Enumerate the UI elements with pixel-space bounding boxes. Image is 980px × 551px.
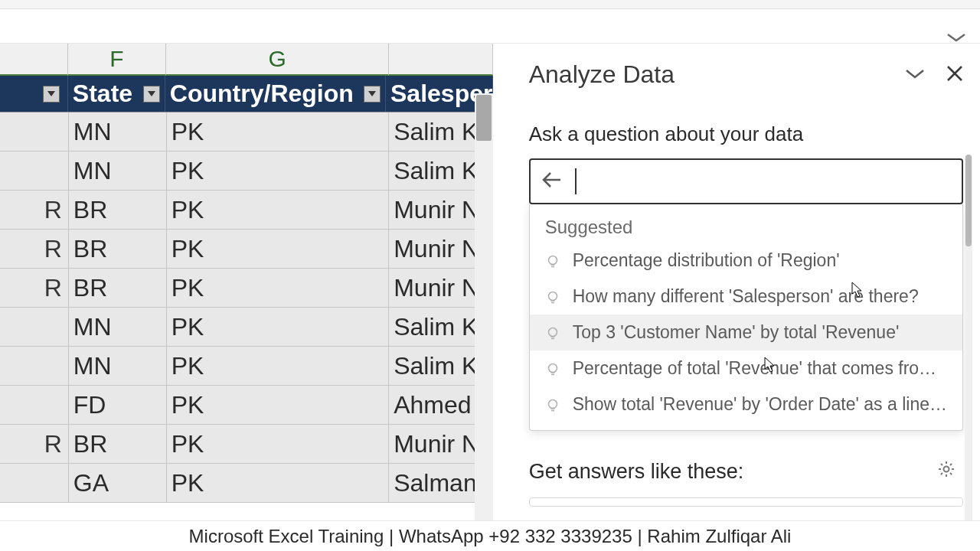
spreadsheet-area[interactable]: F G State Country/Region Salesper (0, 44, 493, 520)
suggestion-item[interactable]: How many different 'Salesperson' are the… (530, 279, 962, 315)
cell-country[interactable]: PK (167, 112, 389, 152)
filter-dropdown-icon[interactable] (43, 86, 60, 103)
cell-state[interactable]: BR (69, 230, 167, 269)
ask-question-label: Ask a question about your data (529, 122, 963, 146)
cell-prev[interactable]: R (0, 230, 69, 269)
analyze-data-panel: Analyze Data Ask a question about your d… (511, 44, 980, 520)
cell-prev[interactable] (0, 152, 69, 191)
cell-state[interactable]: MN (69, 347, 167, 386)
column-header-h[interactable] (389, 44, 493, 76)
data-table: State Country/Region Salesper MNPKSalim … (0, 76, 493, 503)
cell-state[interactable]: BR (69, 425, 167, 464)
cell-state[interactable]: MN (69, 152, 167, 191)
cell-prev[interactable]: R (0, 269, 69, 308)
get-answers-section: Get answers like these: (529, 460, 963, 484)
get-answers-label: Get answers like these: (529, 460, 744, 484)
suggestion-text: Top 3 'Customer Name' by total 'Revenue' (573, 322, 900, 343)
table-header-row: State Country/Region Salesper (0, 76, 493, 112)
header-cell-state[interactable]: State (68, 76, 165, 112)
column-header-f[interactable]: F (68, 44, 166, 76)
cell-country[interactable]: PK (167, 308, 389, 347)
cell-country[interactable]: PK (167, 425, 389, 464)
svg-point-3 (548, 364, 557, 372)
suggestion-text: Percentage of total 'Revenue' that comes… (573, 358, 936, 379)
cell-country[interactable]: PK (167, 230, 389, 269)
svg-point-1 (548, 292, 557, 300)
table-row[interactable]: MNPKSalim Kar (0, 347, 493, 386)
cell-prev[interactable]: R (0, 425, 69, 464)
table-row[interactable]: MNPKSalim Kar (0, 112, 493, 152)
svg-point-5 (944, 467, 949, 472)
header-label-state: State (73, 80, 132, 108)
cell-state[interactable]: MN (69, 308, 167, 347)
column-header-e[interactable] (0, 44, 68, 76)
cell-state[interactable]: BR (69, 269, 167, 308)
cell-prev[interactable] (0, 308, 69, 347)
scrollbar-thumb[interactable] (965, 155, 972, 246)
table-row[interactable]: FDPKAhmed A (0, 386, 493, 425)
cell-state[interactable]: GA (69, 464, 167, 503)
svg-point-0 (548, 256, 557, 264)
lightbulb-icon (545, 289, 560, 305)
table-row[interactable]: RBRPKMunir Ni (0, 191, 493, 230)
cell-prev[interactable] (0, 112, 69, 152)
cell-prev[interactable] (0, 347, 69, 386)
suggestion-item[interactable]: Percentage distribution of 'Region' (530, 243, 962, 279)
suggestion-item[interactable]: Percentage of total 'Revenue' that comes… (530, 350, 962, 386)
panel-title: Analyze Data (529, 60, 675, 89)
panel-close-button[interactable] (946, 65, 963, 85)
svg-point-4 (548, 399, 557, 408)
sheet-vertical-scrollbar[interactable] (475, 93, 493, 520)
table-row[interactable]: MNPKSalim Kar (0, 152, 493, 191)
panel-collapse-button[interactable] (905, 67, 925, 83)
suggestion-text: How many different 'Salesperson' are the… (573, 286, 919, 307)
cell-prev[interactable]: R (0, 191, 69, 230)
question-input[interactable] (575, 160, 951, 203)
suggestion-text: Percentage distribution of 'Region' (573, 250, 840, 271)
suggestions-dropdown: Suggested Percentage distribution of 'Re… (529, 204, 963, 431)
answers-preview-box[interactable] (529, 497, 963, 507)
table-row[interactable]: GAPKSalman S (0, 464, 493, 503)
scrollbar-thumb[interactable] (476, 95, 492, 141)
header-label-country: Country/Region (170, 80, 354, 108)
column-header-g[interactable]: G (166, 44, 389, 76)
table-row[interactable]: RBRPKMunir Ni (0, 230, 493, 269)
top-toolbar-edge (0, 0, 980, 9)
panel-vertical-scrollbar[interactable] (965, 155, 972, 545)
panel-divider (493, 44, 510, 520)
filter-dropdown-icon[interactable] (364, 86, 381, 103)
back-arrow-icon[interactable] (541, 171, 561, 191)
suggestion-text: Show total 'Revenue' by 'Order Date' as … (573, 394, 947, 415)
suggestion-item[interactable]: Show total 'Revenue' by 'Order Date' as … (530, 386, 962, 422)
table-row[interactable]: MNPKSalim Kar (0, 308, 493, 347)
filter-dropdown-icon[interactable] (143, 86, 160, 103)
cell-prev[interactable] (0, 386, 69, 425)
cell-country[interactable]: PK (167, 269, 389, 308)
cell-country[interactable]: PK (167, 386, 389, 425)
text-cursor (575, 168, 577, 194)
lightbulb-icon (545, 325, 560, 341)
cell-country[interactable]: PK (167, 191, 389, 230)
ask-question-input-box[interactable] (529, 158, 963, 204)
cell-state[interactable]: FD (69, 386, 167, 425)
cell-country[interactable]: PK (167, 464, 389, 503)
suggestion-item[interactable]: Top 3 'Customer Name' by total 'Revenue' (530, 315, 962, 350)
table-row[interactable]: RBRPKMunir Ni (0, 269, 493, 308)
suggested-label: Suggested (530, 217, 962, 243)
cell-state[interactable]: MN (69, 112, 167, 152)
header-cell-prev[interactable] (0, 76, 68, 112)
lightbulb-icon (545, 253, 560, 269)
lightbulb-icon (545, 397, 560, 412)
column-headers: F G (0, 44, 493, 76)
gear-icon[interactable] (937, 460, 956, 484)
cell-state[interactable]: BR (69, 191, 167, 230)
formula-bar-area (0, 9, 980, 44)
table-row[interactable]: RBRPKMunir Ni (0, 425, 493, 464)
cell-country[interactable]: PK (167, 347, 389, 386)
lightbulb-icon (545, 361, 560, 377)
cell-country[interactable]: PK (167, 152, 389, 191)
header-cell-country[interactable]: Country/Region (165, 76, 386, 112)
svg-point-2 (548, 328, 557, 336)
footer-status-bar: Microsoft Excel Training | WhatsApp +92 … (0, 520, 980, 551)
cell-prev[interactable] (0, 464, 69, 503)
